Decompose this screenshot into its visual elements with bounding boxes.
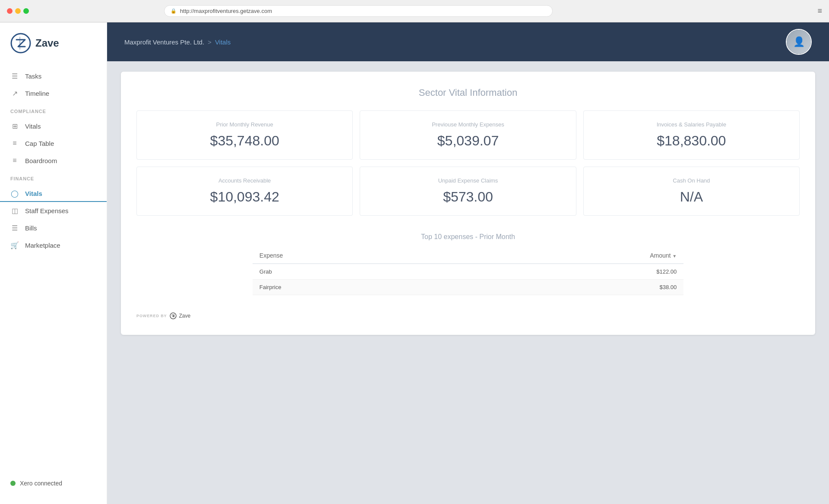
sidebar-item-tasks[interactable]: ☰ Tasks <box>0 67 107 85</box>
logo-area: Zave <box>0 33 107 67</box>
xero-connected-dot <box>10 481 16 486</box>
stat-label-prior-revenue: Prior Monthly Revenue <box>149 121 340 128</box>
bills-label: Bills <box>25 224 37 232</box>
breadcrumb: Maxprofit Ventures Pte. Ltd. > Vitals <box>124 38 231 46</box>
stat-card-unpaid-claims: Unpaid Expense Claims $573.00 <box>360 167 576 216</box>
sidebar-item-vitals-finance[interactable]: ◯ Vitals <box>0 185 107 202</box>
breadcrumb-current: Vitals <box>215 38 231 46</box>
sidebar: Zave ☰ Tasks ↗ Timeline COMPLIANCE ⊞ Vit… <box>0 22 107 504</box>
stat-card-prior-revenue: Prior Monthly Revenue $35,748.00 <box>136 110 353 160</box>
marketplace-icon: 🛒 <box>10 241 19 249</box>
expenses-section: Top 10 expenses - Prior Month Expense Am… <box>136 233 800 295</box>
stats-grid: Prior Monthly Revenue $35,748.00 Previou… <box>136 110 800 216</box>
browser-dots <box>7 8 29 14</box>
powered-by-brand: Zave <box>179 313 191 319</box>
staff-expenses-label: Staff Expenses <box>25 207 69 214</box>
sidebar-item-vitals-compliance[interactable]: ⊞ Vitals <box>0 117 107 135</box>
amount-col-label: Amount <box>650 252 671 259</box>
lock-icon: 🔒 <box>171 8 177 14</box>
expenses-title: Top 10 expenses - Prior Month <box>136 233 800 241</box>
compliance-section-label: COMPLIANCE <box>0 102 107 117</box>
stat-value-unpaid-claims: $573.00 <box>372 189 563 205</box>
url-text: http://maxprofitventures.getzave.com <box>180 8 272 14</box>
timeline-icon: ↗ <box>10 89 19 98</box>
table-row: Fairprice $38.00 <box>253 280 683 295</box>
content-card: Sector Vital Information Prior Monthly R… <box>121 72 815 335</box>
browser-menu-icon[interactable]: ≡ <box>817 6 822 16</box>
expense-cell-grab: Grab <box>253 264 459 280</box>
stat-label-unpaid-claims: Unpaid Expense Claims <box>372 177 563 184</box>
top-header: Maxprofit Ventures Pte. Ltd. > Vitals 👤 <box>107 22 829 61</box>
marketplace-label: Marketplace <box>25 242 60 249</box>
expenses-table: Expense Amount ▼ Grab $122.00 <box>253 248 683 295</box>
maximize-dot[interactable] <box>23 8 29 14</box>
vitals-finance-label: Vitals <box>25 190 42 197</box>
content-area: Sector Vital Information Prior Monthly R… <box>107 61 829 504</box>
sort-arrow-icon[interactable]: ▼ <box>672 254 677 258</box>
vitals-finance-icon: ◯ <box>10 189 19 198</box>
stat-label-invoices: Invoices & Salaries Payable <box>596 121 787 128</box>
avatar-image: 👤 <box>787 30 811 54</box>
timeline-label: Timeline <box>25 90 49 97</box>
amount-cell-fairprice: $38.00 <box>459 280 683 295</box>
stat-card-accounts-receivable: Accounts Receivable $10,093.42 <box>136 167 353 216</box>
app-wrapper: Zave ☰ Tasks ↗ Timeline COMPLIANCE ⊞ Vit… <box>0 22 829 504</box>
stat-label-cash-on-hand: Cash On Hand <box>596 177 787 184</box>
close-dot[interactable] <box>7 8 13 14</box>
vitals-compliance-label: Vitals <box>25 123 41 130</box>
stat-value-monthly-expenses: $5,039.07 <box>372 133 563 149</box>
staff-expenses-icon: ◫ <box>10 206 19 215</box>
powered-by-bar: POWERED BY Zave <box>136 312 800 319</box>
stat-label-monthly-expenses: Previouse Monthly Expenses <box>372 121 563 128</box>
finance-section-label: FINANCE <box>0 169 107 185</box>
powered-by-text: POWERED BY <box>136 314 167 318</box>
sidebar-item-timeline[interactable]: ↗ Timeline <box>0 85 107 102</box>
sidebar-item-cap-table[interactable]: ≡ Cap Table <box>0 135 107 152</box>
main-area: Maxprofit Ventures Pte. Ltd. > Vitals 👤 … <box>107 22 829 504</box>
breadcrumb-separator: > <box>208 38 212 46</box>
page-title: Sector Vital Information <box>136 87 800 98</box>
cap-table-label: Cap Table <box>25 140 54 147</box>
browser-url-bar[interactable]: 🔒 http://maxprofitventures.getzave.com <box>164 5 553 17</box>
stat-card-cash-on-hand: Cash On Hand N/A <box>583 167 800 216</box>
stat-value-prior-revenue: $35,748.00 <box>149 133 340 149</box>
stat-card-invoices: Invoices & Salaries Payable $18,830.00 <box>583 110 800 160</box>
boardroom-label: Boardroom <box>25 157 57 164</box>
sidebar-item-staff-expenses[interactable]: ◫ Staff Expenses <box>0 202 107 219</box>
sidebar-item-bills[interactable]: ☰ Bills <box>0 219 107 236</box>
tasks-icon: ☰ <box>10 72 19 80</box>
expense-cell-fairprice: Fairprice <box>253 280 459 295</box>
vitals-compliance-icon: ⊞ <box>10 122 19 130</box>
powered-by-logo-icon <box>170 312 177 319</box>
bills-icon: ☰ <box>10 224 19 232</box>
browser-chrome: 🔒 http://maxprofitventures.getzave.com ≡ <box>0 0 829 22</box>
sidebar-item-boardroom[interactable]: ≡ Boardroom <box>0 152 107 169</box>
table-row: Grab $122.00 <box>253 264 683 280</box>
amount-cell-grab: $122.00 <box>459 264 683 280</box>
boardroom-icon: ≡ <box>10 156 19 165</box>
logo-text: Zave <box>35 37 59 49</box>
xero-status-bar: Xero connected <box>0 473 107 494</box>
sidebar-item-marketplace[interactable]: 🛒 Marketplace <box>0 236 107 254</box>
stat-card-monthly-expenses: Previouse Monthly Expenses $5,039.07 <box>360 110 576 160</box>
stat-label-accounts-receivable: Accounts Receivable <box>149 177 340 184</box>
xero-status-text: Xero connected <box>20 480 62 487</box>
user-avatar[interactable]: 👤 <box>786 29 812 55</box>
stat-value-accounts-receivable: $10,093.42 <box>149 189 340 205</box>
amount-col-header: Amount ▼ <box>459 248 683 264</box>
expense-col-header: Expense <box>253 248 459 264</box>
stat-value-cash-on-hand: N/A <box>596 189 787 205</box>
stat-value-invoices: $18,830.00 <box>596 133 787 149</box>
tasks-label: Tasks <box>25 72 41 80</box>
cap-table-icon: ≡ <box>10 139 19 148</box>
zave-logo-icon <box>10 33 31 54</box>
minimize-dot[interactable] <box>15 8 21 14</box>
breadcrumb-company: Maxprofit Ventures Pte. Ltd. <box>124 38 204 46</box>
